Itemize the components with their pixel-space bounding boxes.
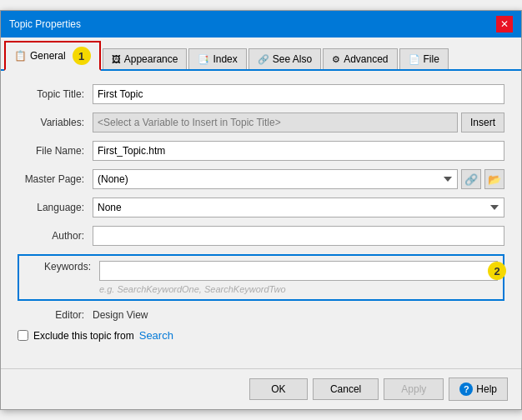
ok-button[interactable]: OK (249, 378, 308, 400)
editor-row: Editor: Design View (18, 309, 504, 321)
tab-appearance[interactable]: 🖼 Appearance (103, 48, 188, 69)
variables-label: Variables: (18, 117, 93, 128)
tab-advanced-label: Advanced (344, 53, 388, 65)
master-page-select[interactable]: (None) (93, 169, 458, 189)
editor-value: Design View (93, 309, 148, 321)
master-page-icon-btn-2[interactable]: 📂 (484, 169, 504, 189)
master-page-control: (None) 🔗 📂 (93, 169, 504, 189)
language-label: Language: (18, 202, 93, 213)
cancel-button[interactable]: Cancel (313, 378, 379, 400)
help-button[interactable]: ? Help (449, 378, 508, 401)
insert-button[interactable]: Insert (461, 112, 504, 132)
language-control: None (93, 198, 504, 218)
keywords-label: Keywords: (24, 261, 99, 272)
tab-index[interactable]: 📑 Index (188, 48, 246, 69)
see-also-tab-icon: 🔗 (258, 54, 269, 65)
tab-file[interactable]: 📄 File (399, 48, 449, 69)
author-input[interactable] (93, 226, 504, 246)
index-tab-icon: 📑 (198, 54, 209, 65)
button-bar: OK Cancel Apply ? Help (1, 368, 521, 409)
exclude-label: Exclude this topic from (33, 330, 134, 342)
topic-title-control (93, 84, 504, 104)
advanced-tab-icon: ⚙ (332, 54, 340, 65)
variables-select[interactable]: <Select a Variable to Insert in Topic Ti… (93, 112, 458, 132)
tab-see-also-label: See Also (273, 53, 312, 65)
author-label: Author: (18, 230, 93, 242)
file-name-control (93, 141, 504, 161)
close-button[interactable]: ✕ (496, 16, 513, 32)
keywords-row: Keywords: 2 (24, 261, 498, 281)
help-icon: ? (459, 382, 473, 396)
form-content: Topic Title: Variables: <Select a Variab… (1, 71, 521, 368)
tab-file-label: File (424, 53, 439, 65)
title-bar: Topic Properties ✕ (1, 11, 521, 38)
badge-2: 2 (488, 262, 506, 280)
author-row: Author: (18, 226, 504, 246)
tab-index-label: Index (213, 53, 237, 65)
tabs-container: 📋 General 1 🖼 Appearance 📑 Index 🔗 See A… (1, 38, 521, 71)
tab-see-also[interactable]: 🔗 See Also (248, 48, 321, 69)
language-select[interactable]: None (93, 198, 504, 218)
topic-properties-dialog: Topic Properties ✕ 📋 General 1 🖼 Appeara… (0, 10, 522, 410)
topic-title-input[interactable] (93, 84, 504, 104)
language-row: Language: None (18, 198, 504, 218)
keywords-section: Keywords: 2 e.g. SearchKeywordOne, Searc… (18, 254, 504, 301)
editor-label: Editor: (18, 309, 93, 321)
file-name-label: File Name: (18, 145, 93, 157)
general-tab-icon: 📋 (14, 50, 27, 62)
tab-advanced[interactable]: ⚙ Advanced (323, 48, 397, 69)
tab-general-label: General (30, 50, 66, 62)
badge-1: 1 (73, 47, 91, 65)
keywords-control: 2 (99, 261, 498, 281)
file-name-input[interactable] (93, 141, 504, 161)
master-page-row: Master Page: (None) 🔗 📂 (18, 169, 504, 189)
appearance-tab-icon: 🖼 (112, 54, 121, 64)
help-label: Help (476, 383, 497, 395)
master-page-icon-btn-1[interactable]: 🔗 (461, 169, 481, 189)
tab-general[interactable]: 📋 General 1 (4, 41, 101, 71)
exclude-checkbox[interactable] (18, 330, 28, 341)
exclude-row: Exclude this topic from Search (18, 329, 504, 342)
keywords-input[interactable] (99, 261, 498, 281)
file-name-row: File Name: (18, 141, 504, 161)
author-control (93, 226, 504, 246)
variables-row: Variables: <Select a Variable to Insert … (18, 112, 504, 132)
master-page-label: Master Page: (18, 173, 93, 185)
keywords-hint: e.g. SearchKeywordOne, SearchKeywordTwo (24, 284, 498, 294)
topic-title-label: Topic Title: (18, 88, 93, 100)
topic-title-row: Topic Title: (18, 84, 504, 104)
file-tab-icon: 📄 (409, 54, 420, 65)
apply-button[interactable]: Apply (384, 378, 444, 400)
dialog-title: Topic Properties (9, 18, 81, 30)
tab-appearance-label: Appearance (124, 53, 178, 65)
search-link[interactable]: Search (139, 329, 173, 342)
variables-control: <Select a Variable to Insert in Topic Ti… (93, 112, 504, 132)
